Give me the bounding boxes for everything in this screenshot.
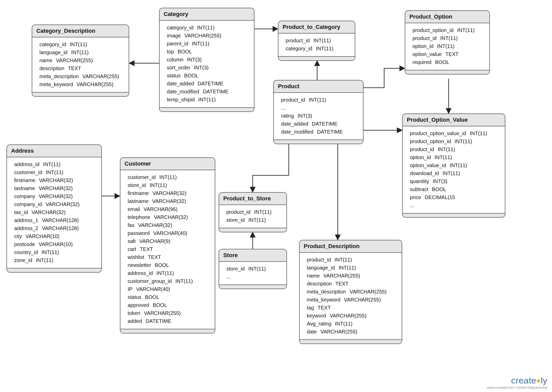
entity-product_option[interactable]: Product_Optionproduct_option_idINT(11)pr…	[405, 10, 490, 75]
field-type: VARCHAR(255)	[350, 288, 386, 296]
lightbulb-icon: ●	[536, 377, 541, 385]
field-name: language_id	[39, 48, 68, 56]
field-row: date_modifiedDATETIME	[167, 88, 250, 96]
field-name: lastname	[14, 184, 35, 192]
field-name: required	[413, 58, 431, 66]
field-type: VARCHAR(32)	[138, 221, 172, 229]
entity-title: Product_to_Store	[219, 193, 286, 205]
field-name: status	[128, 293, 141, 301]
entity-body: product_idINT(11)store_idINT(11)	[219, 205, 286, 228]
field-row: telephoneVARCHAR(32)	[128, 213, 211, 221]
field-name: email	[128, 205, 140, 213]
field-type: INT(11)	[150, 181, 167, 189]
connector-product-to-product_option	[364, 68, 405, 88]
field-row: priceDECIMAL(15	[410, 193, 501, 201]
field-name: option_id	[413, 42, 433, 50]
field-name: customer_group_id	[128, 277, 172, 285]
field-type: VARCHAR(255)	[320, 328, 357, 336]
entity-customer[interactable]: Customercustomer_idINT(11)store_idINT(11…	[120, 157, 215, 333]
field-type: VARCHAR(32)	[39, 184, 73, 192]
field-name: address_1	[14, 216, 38, 224]
field-type: INT(11)	[159, 173, 177, 181]
field-type: TEXT	[335, 280, 349, 288]
field-type: INT(11)	[437, 42, 455, 50]
field-name: firstname	[14, 176, 35, 184]
field-type: VARCHAR(40)	[136, 285, 170, 293]
field-name: meta_description	[39, 72, 79, 80]
field-name: product_id	[410, 145, 434, 153]
field-row: product_option_idINT(11)	[410, 137, 501, 145]
field-type: DATETIME	[146, 317, 171, 325]
entity-product_to_store[interactable]: Product_to_Storeproduct_idINT(11)store_i…	[219, 192, 287, 232]
field-name: cart	[128, 245, 136, 253]
field-type: INT(11)	[450, 161, 467, 169]
field-name: meta_keyword	[39, 80, 73, 88]
field-type: INT(11)	[248, 216, 266, 224]
entity-title: Category_Description	[32, 25, 129, 37]
field-row: meta_keywordVARCHAR(255)	[307, 296, 398, 304]
entity-address[interactable]: Addressaddress_idINT(11)customer_idINT(1…	[6, 144, 102, 273]
entity-body: store_idINT(11)...	[219, 262, 286, 284]
field-row: product_idINT(11)	[286, 37, 351, 45]
entity-title: Address	[7, 145, 101, 157]
field-type: VARCHAR(32)	[46, 200, 80, 208]
field-row: option_valueTEXT	[413, 50, 486, 58]
field-row: product_idINT(11)	[410, 145, 501, 153]
entity-footer	[32, 92, 129, 96]
entity-category[interactable]: Categorycategory_idINT(11)imageVARCHAR(2…	[159, 8, 254, 112]
entity-footer	[278, 56, 355, 60]
field-name: city	[14, 232, 22, 240]
field-row: address_idINT(11)	[14, 160, 98, 168]
field-name: description	[39, 64, 64, 72]
field-name: tax_id	[14, 208, 28, 216]
field-type: INT(11)	[316, 45, 333, 53]
entity-product_to_category[interactable]: Product_to_Categoryproduct_idINT(11)cate…	[278, 21, 355, 61]
field-name: rating	[281, 112, 294, 120]
field-type: INT(3)	[194, 64, 209, 72]
entity-store[interactable]: Storestore_idINT(11)...	[219, 249, 287, 289]
field-type: INT(11)	[36, 256, 53, 264]
field-row: lastnameVARCHAR(32)	[128, 197, 211, 205]
field-row: saltVARCHAR(9)	[128, 237, 211, 245]
field-row: Avg_ratingINT(11)	[307, 320, 398, 328]
field-name: password	[128, 229, 150, 237]
field-type: INT(11)	[455, 137, 472, 145]
field-type: INT(11)	[197, 24, 215, 32]
entity-footer	[219, 284, 286, 289]
field-name: firstname	[128, 189, 149, 197]
field-row: customer_idINT(11)	[14, 168, 98, 176]
field-type: VARCHAR(255)	[323, 272, 360, 280]
field-type: VARCHAR(40)	[153, 229, 187, 237]
field-type: DATETIME	[203, 88, 229, 96]
field-type: VARCHAR(9)	[139, 237, 170, 245]
brand-logo: create●ly	[487, 375, 547, 386]
field-type: INT(11)	[192, 40, 209, 48]
field-row: tax_idVARCHAR(32)	[14, 208, 98, 216]
field-name: address_id	[128, 269, 153, 277]
diagram-canvas: Category_Descriptioncategory_idINT(11)la…	[0, 0, 552, 392]
entity-product_description[interactable]: Product_Descriptionproduct_idINT(11)lang…	[299, 240, 402, 344]
entity-body: customer_idINT(11)store_idINT(11)firstna…	[120, 170, 215, 329]
brand-prefix: create	[511, 375, 537, 385]
field-name: IP	[128, 285, 133, 293]
field-name: address_id	[14, 160, 39, 168]
field-row: firstnameVARCHAR(32)	[128, 189, 211, 197]
field-row: product_idINT(11)	[226, 208, 283, 216]
entity-product_option_value[interactable]: Product_Option_Valueproduct_option_value…	[402, 113, 505, 218]
field-name: column	[167, 56, 183, 64]
brand-suffix: ly	[541, 375, 547, 385]
field-row: statusBOOL	[167, 72, 250, 80]
field-name: description	[307, 280, 332, 288]
field-row: product_idINT(11)	[307, 256, 398, 264]
field-row: imageVARCHAR(255)	[167, 32, 250, 40]
field-type: VARCHAR(255)	[82, 72, 119, 80]
field-type: INT(11)	[175, 277, 193, 285]
field-row: statusBOOL	[128, 293, 211, 301]
entity-body: category_idINT(11)language_idINT(11)name…	[32, 37, 129, 92]
field-type: VARCHAR(32)	[39, 192, 73, 200]
field-row: nameVARCHAR(255)	[39, 56, 125, 64]
field-name: date_added	[167, 80, 194, 88]
field-row: store_idINT(11)	[226, 265, 283, 273]
entity-product[interactable]: Productproduct_idINT(11)...ratingINT(3)d…	[273, 80, 364, 144]
entity-category_description[interactable]: Category_Descriptioncategory_idINT(11)la…	[32, 25, 129, 97]
